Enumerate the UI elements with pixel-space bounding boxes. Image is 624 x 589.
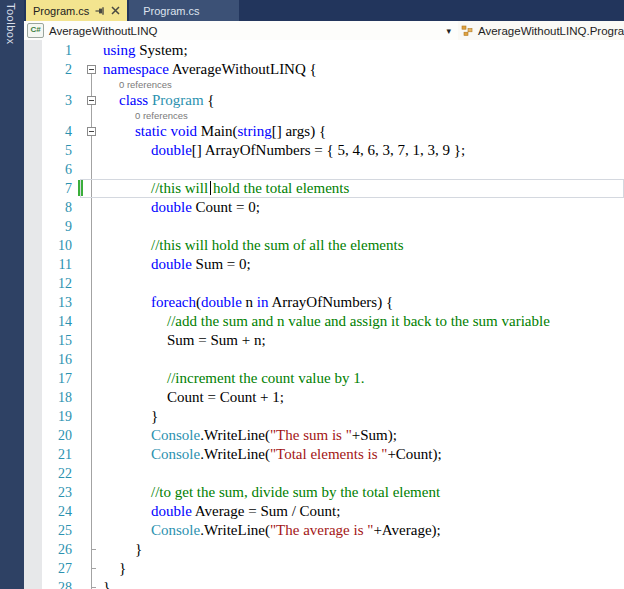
code-row: 6 [42, 160, 624, 179]
code-line[interactable]: //this will hold the sum of all the elem… [99, 236, 624, 255]
type-dropdown[interactable]: AverageWithoutLINQ.Program [458, 21, 624, 40]
code-line[interactable] [99, 350, 624, 369]
code-token: } [151, 408, 158, 424]
code-line[interactable]: } [99, 559, 624, 578]
pin-icon[interactable] [95, 6, 105, 16]
code-line[interactable]: } [99, 578, 624, 589]
code-line[interactable]: } [99, 540, 624, 559]
change-bar [77, 483, 85, 502]
change-bar [77, 91, 85, 110]
change-bar [77, 274, 85, 293]
fold-margin [85, 236, 99, 255]
code-line[interactable]: Count = Count + 1; [99, 388, 624, 407]
toolbox-tab-label[interactable]: Toolbox [5, 3, 17, 44]
code-line[interactable]: //to get the sum, divide sum by the tota… [99, 483, 624, 502]
code-line[interactable]: class Program { [99, 91, 624, 110]
toolbox-strip[interactable]: Toolbox [0, 0, 24, 589]
codelens-references[interactable]: 0 references [99, 110, 624, 122]
codelens-row: 0 references [42, 79, 624, 91]
fold-toggle-icon[interactable] [87, 65, 96, 74]
code-line[interactable] [99, 274, 624, 293]
fold-margin [85, 293, 99, 312]
fold-toggle-icon[interactable] [87, 96, 96, 105]
change-bar [77, 217, 85, 236]
fold-margin [85, 483, 99, 502]
code-token: Count = 0; [192, 199, 260, 215]
code-line[interactable]: foreach(double n in ArrayOfNumbers) { [99, 293, 624, 312]
code-line[interactable]: } [99, 407, 624, 426]
line-number: 3 [42, 91, 77, 110]
line-number: 13 [42, 293, 77, 312]
line-number: 15 [42, 331, 77, 350]
code-line[interactable]: Console.WriteLine("Total elements is "+C… [99, 445, 624, 464]
code-line[interactable]: //add the sum and n value and assign it … [99, 312, 624, 331]
fold-margin [85, 464, 99, 483]
code-token: //this will [151, 180, 208, 196]
code-line[interactable]: double Sum = 0; [99, 255, 624, 274]
codelens-references[interactable]: 0 references [99, 79, 624, 91]
tab-program-cs-active[interactable]: Program.cs [26, 0, 127, 21]
code-token: Console [151, 522, 200, 538]
change-bar [77, 578, 85, 589]
code-token: double [151, 142, 192, 158]
change-bar [77, 79, 85, 91]
code-token: AverageWithoutLINQ { [169, 61, 317, 77]
change-bar [77, 540, 85, 559]
code-line[interactable]: Console.WriteLine("The sum is "+Sum); [99, 426, 624, 445]
code-line[interactable]: Sum = Sum + n; [99, 331, 624, 350]
tab-program-cs-inactive[interactable]: Program.cs [129, 0, 239, 21]
code-line[interactable] [99, 464, 624, 483]
code-line[interactable] [99, 160, 624, 179]
change-bar [77, 464, 85, 483]
code-line[interactable]: double[] ArrayOfNumbers = { 5, 4, 6, 3, … [99, 141, 624, 160]
change-bar [77, 559, 85, 578]
code-line[interactable]: Console.WriteLine("The average is "+Aver… [99, 521, 624, 540]
fold-margin [85, 198, 99, 217]
change-bar [77, 255, 85, 274]
line-number [42, 110, 77, 122]
line-number: 24 [42, 502, 77, 521]
text-caret [210, 181, 211, 195]
code-line[interactable]: namespace AverageWithoutLINQ { [99, 60, 624, 79]
csharp-file-icon: C# [27, 23, 44, 38]
fold-margin [85, 426, 99, 445]
code-line[interactable]: static void Main(string[] args) { [99, 122, 624, 141]
code-token: Average = Sum / Count; [192, 503, 341, 519]
close-icon[interactable] [111, 6, 120, 15]
change-bar [77, 369, 85, 388]
code-line[interactable]: //this willhold the total elements [99, 179, 624, 198]
code-row: 7//this willhold the total elements [42, 179, 624, 198]
code-row: 8double Count = 0; [42, 198, 624, 217]
change-bar [77, 122, 85, 141]
code-line[interactable] [99, 217, 624, 236]
code-editor[interactable]: 1using System;2namespace AverageWithoutL… [24, 40, 624, 589]
code-line[interactable]: //increment the count value by 1. [99, 369, 624, 388]
fold-toggle-icon[interactable] [87, 127, 96, 136]
codelens-row: 0 references [42, 110, 624, 122]
chevron-down-icon[interactable]: ▾ [446, 26, 455, 36]
line-number: 19 [42, 407, 77, 426]
code-row: 24double Average = Sum / Count; [42, 502, 624, 521]
code-row: 12 [42, 274, 624, 293]
fold-margin [85, 407, 99, 426]
navigation-bar: C# AverageWithoutLINQ ▾ AverageWithoutLI… [24, 21, 624, 41]
breakpoint-margin[interactable] [24, 40, 42, 589]
project-dropdown[interactable]: C# AverageWithoutLINQ ▾ [24, 21, 458, 40]
code-token: double [151, 503, 192, 519]
line-number: 7 [42, 179, 77, 198]
code-token: Sum = 0; [192, 256, 251, 272]
code-line[interactable]: double Average = Sum / Count; [99, 502, 624, 521]
code-row: 19} [42, 407, 624, 426]
code-token: } [119, 560, 126, 576]
change-bar [77, 179, 85, 198]
fold-margin [85, 331, 99, 350]
code-row: 17//increment the count value by 1. [42, 369, 624, 388]
code-row: 5double[] ArrayOfNumbers = { 5, 4, 6, 3,… [42, 141, 624, 160]
code-line[interactable]: double Count = 0; [99, 198, 624, 217]
code-token: Sum = Sum + n; [167, 332, 266, 348]
code-token: namespace [103, 61, 169, 77]
code-line[interactable]: using System; [99, 41, 624, 60]
line-number: 5 [42, 141, 77, 160]
code-token: hold the total elements [213, 180, 349, 196]
code-token: in [257, 294, 269, 310]
